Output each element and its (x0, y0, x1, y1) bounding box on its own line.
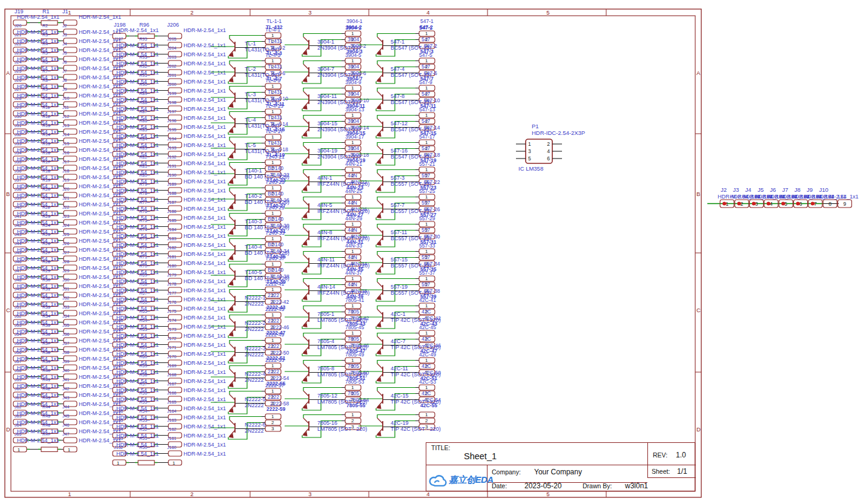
wire[interactable] (303, 252, 342, 255)
wire[interactable] (303, 170, 342, 174)
ic-p1[interactable]: P1HDR-IDC-2.54-2X3P123456IC LM358 (516, 123, 585, 172)
wire[interactable] (230, 290, 262, 293)
wire[interactable] (377, 279, 415, 283)
wire[interactable] (230, 137, 262, 141)
transistor-collector[interactable] (377, 64, 383, 70)
schematic-editor-canvas[interactable]: 1122334455AABBCCDDJ19R1J1HDR-M-2.54_1x1H… (0, 0, 866, 504)
transistor-collector[interactable] (377, 364, 383, 369)
transistor-collector[interactable] (377, 91, 383, 97)
wire[interactable] (230, 239, 262, 243)
transistor-collector[interactable] (303, 364, 309, 369)
wire[interactable] (377, 415, 415, 419)
wire[interactable] (230, 214, 262, 217)
transistor-collector[interactable] (303, 119, 309, 124)
transistor-collector[interactable] (230, 318, 235, 324)
drawn-by-value[interactable]: w3l0n1 (625, 482, 648, 490)
wire[interactable] (230, 163, 262, 166)
sheet-title[interactable]: Sheet_1 (464, 451, 497, 461)
transistor-collector[interactable] (303, 336, 309, 342)
wire[interactable] (377, 306, 415, 310)
company-value[interactable]: Your Company (534, 468, 582, 476)
transistor-collector[interactable] (377, 37, 383, 42)
header-row[interactable]: J19R1J1HDR-M-2.54_1x1HDR-M-2.54_1x1 (13, 8, 121, 25)
wire[interactable] (377, 224, 415, 228)
wire[interactable] (377, 361, 415, 364)
transistor-collector[interactable] (230, 39, 235, 44)
header-pin-box[interactable] (64, 437, 77, 443)
wire[interactable] (377, 333, 415, 337)
transistor-collector[interactable] (377, 227, 383, 233)
transistor-collector[interactable] (230, 115, 235, 120)
wire[interactable] (303, 388, 342, 391)
wire[interactable] (230, 188, 262, 192)
wire[interactable] (303, 415, 342, 419)
header-row-terminal[interactable]: 11 (13, 447, 77, 453)
wire[interactable] (377, 34, 415, 38)
wire[interactable] (303, 143, 342, 146)
transistor-collector[interactable] (230, 242, 235, 247)
wire[interactable] (303, 279, 342, 283)
transistor-collector[interactable] (303, 91, 309, 97)
transistor-collector[interactable] (303, 200, 309, 206)
header-pin-box[interactable] (168, 451, 182, 456)
transistor-collector[interactable] (377, 282, 383, 287)
transistor-collector[interactable] (303, 173, 309, 178)
wire[interactable] (303, 116, 342, 119)
wire[interactable] (230, 87, 262, 90)
transistor-collector[interactable] (303, 64, 309, 70)
wire[interactable] (303, 224, 342, 228)
wire[interactable] (230, 315, 262, 319)
sheet-value[interactable]: 1/1 (677, 467, 687, 476)
transistor-collector[interactable] (230, 369, 235, 375)
wire[interactable] (377, 170, 415, 174)
transistor-collector[interactable] (230, 267, 235, 273)
transistor-collector[interactable] (303, 391, 309, 396)
wire[interactable] (230, 36, 262, 39)
header-row-terminal[interactable]: 11 (113, 460, 182, 466)
wire[interactable] (230, 391, 262, 395)
transistor-cell[interactable]: 12342C-15TIP 42C (SOT - 220)42C-5342C42C… (359, 379, 441, 410)
date-value[interactable]: 2023-05-20 (524, 482, 561, 490)
transistor-collector[interactable] (230, 90, 235, 95)
transistor-collector[interactable] (303, 146, 309, 151)
wire[interactable] (230, 366, 262, 370)
transistor-collector[interactable] (230, 293, 235, 298)
transistor-collector[interactable] (303, 418, 309, 424)
wire[interactable] (377, 388, 415, 391)
transistor-collector[interactable] (303, 255, 309, 260)
wire[interactable] (377, 88, 415, 92)
transistor-collector[interactable] (377, 418, 383, 424)
wire[interactable] (303, 197, 342, 201)
transistor-collector[interactable] (377, 309, 383, 315)
wire[interactable] (377, 143, 415, 146)
wire[interactable] (303, 88, 342, 92)
wire[interactable] (377, 197, 415, 201)
wire[interactable] (230, 112, 262, 116)
wire[interactable] (377, 116, 415, 119)
transistor-cell[interactable]: 12342C-19TIP 42C (SOT - 220) (359, 412, 441, 437)
transistor-collector[interactable] (377, 200, 383, 206)
resistor-body[interactable] (138, 460, 154, 465)
transistor-cell[interactable]: 1237805-16LM7805 (SOT - 220) (285, 412, 367, 437)
wire[interactable] (303, 61, 342, 65)
transistor-collector[interactable] (377, 255, 383, 260)
wire[interactable] (303, 34, 342, 38)
wire[interactable] (230, 341, 262, 344)
header-row[interactable]: J198R96J206HDR-M-2.54_1x1HDR-M-2.54_1x1 (113, 22, 226, 39)
transistor-collector[interactable] (303, 309, 309, 315)
wire[interactable] (230, 417, 262, 421)
transistor-collector[interactable] (303, 37, 309, 42)
wire[interactable] (303, 361, 342, 364)
wire[interactable] (230, 264, 262, 268)
wire[interactable] (303, 333, 342, 337)
transistor-collector[interactable] (303, 227, 309, 233)
transistor-collector[interactable] (230, 140, 235, 146)
transistor-cell[interactable]: 1237805-12LM7805 (SOT - 220)7805-5378057… (285, 379, 369, 410)
transistor-collector[interactable] (230, 394, 235, 400)
wire[interactable] (377, 61, 415, 65)
transistor-collector[interactable] (377, 391, 383, 396)
transistor-collector[interactable] (377, 119, 383, 124)
wire[interactable] (303, 306, 342, 310)
transistor-collector[interactable] (377, 146, 383, 151)
transistor-collector[interactable] (303, 282, 309, 287)
